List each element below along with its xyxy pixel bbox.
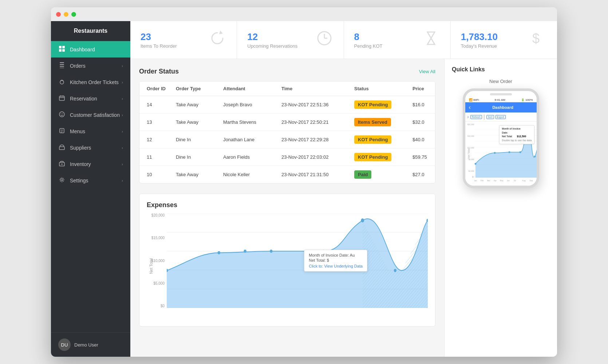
svg-point-36 (218, 251, 220, 254)
toolbar-export[interactable]: Export (496, 115, 506, 119)
order-status: Paid (354, 170, 412, 179)
phone-tooltip-l2: Date: (502, 131, 532, 135)
phone-signal: 📶 WiFi (469, 98, 479, 102)
chart-wrapper: Net Total $0 $5,000 $10,000 $15,000 $20,… (147, 213, 428, 319)
svg-point-41 (394, 269, 396, 272)
stat-number-revenue: 1,783.10 (461, 31, 498, 43)
svg-rect-4 (60, 62, 64, 63)
minimize-button[interactable] (64, 12, 68, 17)
svg-point-14 (61, 114, 62, 114)
svg-rect-3 (62, 49, 65, 52)
new-order-label: New Order (452, 79, 550, 84)
settings-label: Settings (70, 178, 122, 183)
toolbar-sort[interactable]: Sort (486, 115, 494, 119)
quick-links-title: Quick Links (452, 66, 550, 73)
expenses-title: Expenses (147, 201, 428, 209)
svg-point-71 (508, 151, 510, 153)
order-price: $40.0 (412, 137, 435, 142)
sidebar-item-kot[interactable]: Kitchen Order Tickets › (51, 74, 130, 90)
sidebar-item-reservation[interactable]: Reservation › (51, 90, 130, 107)
svg-text:Feb: Feb (480, 179, 483, 182)
view-all-button[interactable]: View All (419, 69, 435, 74)
reservation-label: Reservation (70, 96, 122, 102)
kot-label: Kitchen Order Tickets (70, 79, 122, 85)
maximize-button[interactable] (71, 12, 76, 17)
reservation-arrow: › (122, 96, 123, 101)
y-label: $20,000 (147, 213, 167, 217)
svg-rect-2 (59, 49, 62, 52)
titlebar (51, 7, 557, 21)
sidebar-footer: DU Demo User (51, 332, 130, 357)
sidebar-item-dashboard[interactable]: Dashboard (51, 41, 130, 58)
sidebar-item-orders[interactable]: Orders › (51, 58, 130, 74)
tooltip-link[interactable]: Click to: View Underlying Data (309, 264, 363, 268)
svg-point-15 (63, 114, 63, 114)
close-button[interactable] (56, 12, 61, 17)
main-area: 23 Items To Reorder 12 Upcoming Reservat… (130, 21, 557, 357)
order-time: 23-Nov-2017 22:29:28 (281, 137, 354, 142)
phone-chart-tooltip: Month of Invoice Date: Net Total:$12,500… (499, 125, 534, 144)
app-container: Restaurants Dashboard Orders › (51, 21, 557, 357)
order-id: 10 (147, 172, 176, 177)
tooltip-month: Month of Invoice Date: Au (309, 253, 363, 257)
sidebar-item-settings[interactable]: Settings › (51, 172, 130, 189)
svg-point-40 (361, 218, 364, 222)
y-label: $5,000 (147, 281, 167, 285)
stat-pending-kot: 8 Pending KOT (344, 21, 451, 59)
sidebar-item-inventory[interactable]: Inventory › (51, 156, 130, 172)
order-status-header: Order Status View All (139, 68, 435, 75)
sidebar-nav: Dashboard Orders › Kitchen Order Tickets (51, 41, 130, 332)
settings-arrow: › (122, 178, 123, 183)
orders-arrow: › (122, 64, 123, 68)
order-status: KOT Pending (354, 135, 412, 144)
order-price: $27.0 (412, 172, 435, 177)
status-badge: KOT Pending (354, 100, 391, 109)
svg-text:Aug: Aug (522, 179, 525, 182)
svg-text:$: $ (532, 31, 540, 46)
toolbar-refresh[interactable]: Refresh (470, 115, 482, 119)
customer-satisfaction-label: Customer Satisfaction (70, 112, 122, 118)
kot-icon (58, 79, 66, 86)
phone-speaker (490, 93, 512, 95)
refresh-icon (208, 29, 226, 51)
order-type: Dine In (176, 154, 223, 160)
phone-back-icon[interactable]: ‹ (469, 104, 471, 111)
stat-label-kot: Pending KOT (354, 43, 383, 49)
satisfaction-icon (58, 111, 66, 118)
svg-text:$16,000: $16,000 (467, 135, 474, 137)
kot-arrow: › (122, 80, 123, 84)
svg-text:May: May (500, 179, 504, 182)
phone-navbar: ‹ Dashboard (465, 102, 537, 112)
table-row[interactable]: 11 Dine In Aaron Fields 23-Nov-2017 22:0… (139, 149, 435, 166)
sidebar-item-suppliers[interactable]: Suppliers › (51, 139, 130, 156)
status-badge: Items Served (354, 118, 391, 126)
phone-time: 9:41 AM (495, 98, 505, 102)
stat-number-reorder: 23 (141, 31, 177, 43)
phone-mockup: 📶 WiFi 9:41 AM 🔋 100% ‹ Dashboard › (463, 88, 539, 188)
order-id: 11 (147, 154, 176, 160)
order-status: KOT Pending (354, 100, 412, 109)
svg-rect-0 (59, 46, 62, 48)
svg-point-75 (538, 128, 539, 130)
order-type: Dine In (176, 137, 223, 142)
hourglass-icon (422, 29, 440, 51)
expenses-section: Expenses Net Total $0 $5,000 $10,000 $15… (139, 194, 435, 327)
table-row[interactable]: 13 Take Away Martha Stevens 23-Nov-2017 … (139, 114, 435, 131)
sidebar-item-customer-satisfaction[interactable]: Customer Satisfaction › (51, 107, 130, 123)
toolbar-chart-icon: | (483, 114, 485, 120)
stat-items-reorder: 23 Items To Reorder (130, 21, 237, 59)
svg-point-13 (59, 112, 64, 117)
order-type: Take Away (176, 102, 223, 107)
table-row[interactable]: 12 Dine In Jonathan Lane 23-Nov-2017 22:… (139, 131, 435, 149)
sidebar-item-menus[interactable]: Menus › (51, 123, 130, 139)
stats-bar: 23 Items To Reorder 12 Upcoming Reservat… (130, 21, 557, 59)
toolbar-chevron[interactable]: › (467, 114, 469, 119)
col-time: Time (281, 86, 354, 91)
svg-text:Jun: Jun (506, 179, 509, 182)
table-row[interactable]: 10 Take Away Nicole Keller 23-Nov-2017 2… (139, 166, 435, 183)
user-name: Demo User (74, 342, 98, 348)
table-row[interactable]: 14 Take Away Joseph Bravo 23-Nov-2017 22… (139, 96, 435, 114)
suppliers-label: Suppliers (70, 145, 122, 151)
svg-text:Jan: Jan (474, 179, 477, 182)
stat-number-reservations: 12 (247, 31, 297, 43)
